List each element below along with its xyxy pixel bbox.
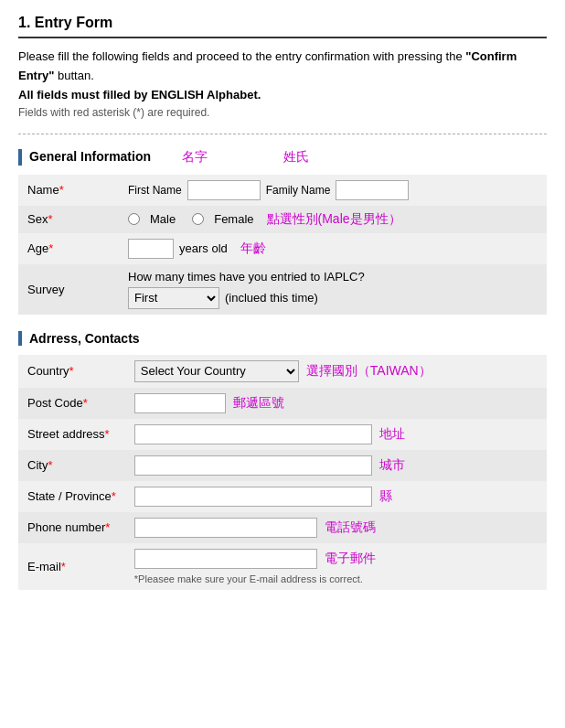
required-english-note: All fields must filled by ENGLISH Alphab… bbox=[18, 88, 261, 102]
address-section-header: Adrress, Contacts bbox=[18, 331, 547, 346]
sex-label: Sex* bbox=[18, 206, 119, 233]
email-label: E-mail* bbox=[18, 543, 125, 590]
postcode-input-cell: 郵遞區號 bbox=[125, 388, 547, 419]
country-row: Country* Select Your Country 選擇國別（TAIWAN… bbox=[18, 355, 547, 388]
street-required-star: * bbox=[105, 427, 110, 441]
annotation-age: 年齡 bbox=[240, 241, 266, 257]
sex-female-radio[interactable] bbox=[192, 213, 204, 225]
family-name-input[interactable] bbox=[336, 180, 409, 200]
survey-question: How many times have you entried to IAPLC… bbox=[128, 270, 538, 284]
annotation-country: 選擇國別（TAIWAN） bbox=[306, 363, 432, 380]
city-input-cell: 城市 bbox=[125, 450, 547, 481]
address-section-title: Adrress, Contacts bbox=[29, 331, 140, 346]
postcode-required-star: * bbox=[83, 396, 88, 410]
address-table: Country* Select Your Country 選擇國別（TAIWAN… bbox=[18, 355, 547, 590]
postcode-label: Post Code* bbox=[18, 388, 125, 419]
female-label: Female bbox=[214, 212, 253, 226]
phone-input-cell: 電話號碼 bbox=[125, 512, 547, 543]
survey-row: Survey How many times have you entried t… bbox=[18, 264, 547, 315]
age-label: Age* bbox=[18, 233, 119, 264]
sex-inputs-cell: Male Female 點選性別(Male是男性） bbox=[119, 206, 547, 233]
general-info-title: General Information bbox=[29, 149, 151, 164]
phone-required-star: * bbox=[105, 520, 110, 534]
annotation-sex: 點選性別(Male是男性） bbox=[267, 211, 401, 228]
age-required-star: * bbox=[48, 241, 53, 255]
sex-required-star: * bbox=[48, 212, 52, 226]
state-input-cell: 縣 bbox=[125, 481, 547, 512]
name-required-star: * bbox=[59, 183, 64, 197]
email-input-cell: 電子郵件 *Pleasee make sure your E-mail addr… bbox=[125, 543, 547, 590]
state-row: State / Province* 縣 bbox=[18, 481, 547, 512]
general-info-section-header: General Information 名字 姓氏 bbox=[18, 149, 547, 166]
name-row: Name* First Name Family Name bbox=[18, 175, 547, 206]
age-input-cell: years old 年齡 bbox=[119, 233, 547, 264]
city-label: City* bbox=[18, 450, 125, 481]
phone-row: Phone number* 電話號碼 bbox=[18, 512, 547, 543]
page-title: 1. Entry Form bbox=[18, 15, 547, 38]
email-row: E-mail* 電子郵件 *Pleasee make sure your E-m… bbox=[18, 543, 547, 590]
country-input-cell: Select Your Country 選擇國別（TAIWAN） bbox=[125, 355, 547, 388]
city-row: City* 城市 bbox=[18, 450, 547, 481]
survey-select[interactable]: First Second Third Fourth Fifth or more bbox=[128, 287, 219, 309]
age-row: Age* years old 年齡 bbox=[18, 233, 547, 264]
street-label: Street address* bbox=[18, 419, 125, 450]
state-required-star: * bbox=[112, 489, 116, 503]
annotation-state: 縣 bbox=[379, 488, 392, 505]
street-input-cell: 地址 bbox=[125, 419, 547, 450]
annotation-city: 城市 bbox=[379, 457, 405, 474]
state-label: State / Province* bbox=[18, 481, 125, 512]
sex-male-radio[interactable] bbox=[128, 213, 140, 225]
street-input[interactable] bbox=[134, 424, 372, 444]
survey-input-cell: How many times have you entried to IAPLC… bbox=[119, 264, 547, 315]
age-unit: years old bbox=[179, 241, 228, 255]
male-label: Male bbox=[150, 212, 176, 226]
country-label: Country* bbox=[18, 355, 125, 388]
intro-line1: Please fill the following fields and pro… bbox=[18, 48, 547, 86]
phone-label: Phone number* bbox=[18, 512, 125, 543]
email-input[interactable] bbox=[134, 549, 317, 569]
annotation-street: 地址 bbox=[379, 426, 405, 443]
first-name-input[interactable] bbox=[187, 180, 261, 200]
email-note: *Pleasee make sure your E-mail address i… bbox=[134, 573, 363, 584]
annotation-family-name: 姓氏 bbox=[283, 149, 309, 164]
city-required-star: * bbox=[48, 458, 52, 472]
name-inputs-cell: First Name Family Name bbox=[119, 175, 547, 206]
survey-label: Survey bbox=[18, 264, 119, 315]
state-input[interactable] bbox=[134, 487, 372, 507]
annotation-phone: 電話號碼 bbox=[325, 519, 376, 536]
country-required-star: * bbox=[69, 364, 74, 378]
family-name-label: Family Name bbox=[266, 184, 331, 197]
survey-note: (inclued this time) bbox=[225, 291, 318, 305]
age-input[interactable] bbox=[128, 239, 174, 259]
country-select[interactable]: Select Your Country bbox=[134, 360, 299, 382]
street-row: Street address* 地址 bbox=[18, 419, 547, 450]
phone-input[interactable] bbox=[134, 518, 317, 538]
name-label: Name* bbox=[18, 175, 119, 206]
first-name-label: First Name bbox=[128, 184, 182, 197]
asterisk-note: Fields with red asterisk (*) are require… bbox=[18, 104, 547, 122]
annotation-first-name: 名字 bbox=[182, 149, 208, 164]
general-info-table: Name* First Name Family Name Sex* Male F… bbox=[18, 175, 547, 315]
annotation-postcode: 郵遞區號 bbox=[233, 395, 284, 412]
city-input[interactable] bbox=[134, 455, 372, 476]
postcode-row: Post Code* 郵遞區號 bbox=[18, 388, 547, 419]
postcode-input[interactable] bbox=[134, 393, 226, 413]
sex-row: Sex* Male Female 點選性別(Male是男性） bbox=[18, 206, 547, 233]
email-required-star: * bbox=[61, 560, 66, 573]
annotation-email: 電子郵件 bbox=[325, 551, 376, 567]
